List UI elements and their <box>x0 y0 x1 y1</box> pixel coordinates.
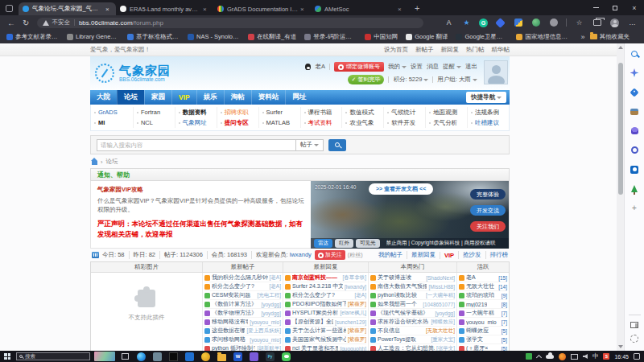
post-title[interactable]: Surfer 24.3.218 中文 <box>292 282 343 290</box>
subnav-item[interactable]: 软件开发 <box>383 117 425 128</box>
taskbar-python-icon[interactable]: Py <box>266 352 275 361</box>
new-tab-button[interactable]: + <box>415 3 419 13</box>
subnav-link[interactable]: 数值模式 <box>349 109 374 117</box>
subnav-link[interactable]: MATLAB <box>266 119 290 126</box>
user-menu-link[interactable]: 我的 <box>388 63 407 71</box>
sidebar-discover-icon[interactable] <box>630 68 640 78</box>
tray-app-icon[interactable] <box>526 353 532 360</box>
post-title[interactable]: 南信大数值天气预报 <box>378 282 427 290</box>
scroll-down-icon[interactable] <box>618 345 623 348</box>
quick-link[interactable]: 抢沙发 <box>458 251 481 259</box>
post-author[interactable]: [yoydgg] <box>261 302 281 307</box>
subnav-item[interactable]: Fortran <box>133 107 175 117</box>
start-button[interactable] <box>4 353 10 360</box>
search-button[interactable] <box>328 139 346 151</box>
user-menu-link[interactable]: 退出 <box>465 63 477 71</box>
subnav-item[interactable]: MATLAB <box>258 117 300 128</box>
post-title[interactable]: 这些数据在哪里找 <box>212 327 245 335</box>
post-title[interactable]: 求问移动网格 <box>212 335 248 343</box>
taskbar-terminal-icon[interactable] <box>169 352 178 361</box>
post-title[interactable]: PowerToys提取 <box>378 335 429 343</box>
breadcrumb-current[interactable]: 论坛 <box>106 158 118 166</box>
active-user-row[interactable]: 无敌大壮壮 [14] <box>459 282 507 291</box>
window-close-button[interactable]: × <box>625 0 644 15</box>
active-user-row[interactable]: (＋磨牙× [5] <box>459 344 507 351</box>
post-author[interactable]: [蝴蝶效应] <box>431 319 455 326</box>
sidebar-toggle-icon[interactable] <box>630 322 638 328</box>
bookmark-item[interactable]: NAS - Synology NAS <box>188 33 240 40</box>
subnav-link[interactable]: 气候统计 <box>391 109 415 117</box>
address-bar[interactable]: 不安全 bbs.06climate.com/forum.php <box>37 18 423 28</box>
ime-indicator[interactable]: 中 <box>592 352 599 360</box>
active-user-name[interactable]: (＋磨牙× <box>466 344 488 351</box>
sidebar-shopping-icon[interactable] <box>630 87 640 97</box>
active-user-row[interactable]: 老A [15] <box>459 274 507 282</box>
post-title[interactable]: 《数学物理方法》 <box>212 309 259 317</box>
post-row[interactable]: 我的积分怎么隔几秒钟减少 [老A] <box>204 274 281 282</box>
utility-link[interactable]: 新回复 <box>441 46 460 54</box>
quick-link[interactable]: 排行榜 <box>485 251 509 259</box>
post-title[interactable]: 如果我想画一个 <box>378 300 421 308</box>
active-user-name[interactable]: 无敌大壮壮 <box>466 282 494 290</box>
taskbar-app-icon[interactable] <box>153 352 162 361</box>
subnav-item[interactable]: 数值模式 <box>341 107 383 117</box>
username[interactable]: 老A <box>315 63 325 71</box>
post-row[interactable]: 积分怎么变少了? [老A] <box>204 282 281 291</box>
weibo-follow-button[interactable]: 加关注 <box>315 250 345 260</box>
post-title[interactable]: 我的积分怎么隔几秒钟减少 <box>212 274 268 282</box>
column-header[interactable]: 最新回复 <box>283 262 368 272</box>
subnav-link[interactable]: NCL <box>141 119 153 126</box>
subnav-item[interactable]: 招聘求职 <box>217 107 258 117</box>
maximize-button[interactable] <box>605 0 625 15</box>
subnav-item[interactable]: GrADS <box>91 107 133 117</box>
post-author[interactable]: [youyou_mio] <box>250 337 281 343</box>
post-row[interactable]: 南京创蓝科技—— [春草拿铁] <box>285 274 366 282</box>
active-user-row[interactable]: 张学文 [5] <box>459 335 507 344</box>
subnav-link[interactable]: Surfer <box>266 109 283 116</box>
utility-link[interactable]: 精华帖 <box>492 46 510 54</box>
browser-tab[interactable]: 气象论坛-气象家园_气象人自己… × <box>19 2 116 15</box>
post-row[interactable]: 人工造云：它从幻想简单 [张学文] <box>370 344 455 351</box>
tab-close-icon[interactable]: × <box>398 6 402 13</box>
post-row[interactable]: 移动网格没有动 [youyou_mio] <box>204 318 281 327</box>
sidebar-tree-icon[interactable] <box>630 183 640 194</box>
extension-gem-icon[interactable] <box>495 18 506 28</box>
post-row[interactable]: 《现代气候学基础》 [yoydgg] <box>370 309 455 318</box>
subnav-link[interactable]: 吐槽建议 <box>475 119 499 127</box>
column-header[interactable]: 精彩图片 <box>91 262 202 272</box>
quick-link[interactable]: 最新回复 <box>407 251 436 259</box>
post-author[interactable]: [紫薇罗] <box>348 327 366 335</box>
post-author[interactable]: [光电工程] <box>257 292 281 299</box>
post-title[interactable]: 南京创蓝科技—— <box>292 274 341 282</box>
subnav-item[interactable]: 气候统计 <box>383 107 425 117</box>
post-author[interactable]: [春草拿铁] <box>342 274 366 282</box>
subnav-item[interactable]: 课程书籍 <box>300 107 342 117</box>
post-row[interactable]: PDO和IPO指数如何下载 [紫薇罗] <box>285 300 366 309</box>
post-row[interactable]: CESM安装问题 [光电工程] <box>204 291 281 300</box>
user-menu-link[interactable]: 提醒 <box>443 63 461 71</box>
taskbar-app-icon[interactable] <box>185 352 194 361</box>
sidebar-tools-icon[interactable] <box>630 106 640 117</box>
subnav-item[interactable]: NCL <box>133 117 175 128</box>
search-input[interactable] <box>97 139 296 151</box>
post-author[interactable]: [1048651077] <box>423 302 455 307</box>
quick-nav-button[interactable]: 快捷导航 <box>466 92 506 103</box>
post-author[interactable]: [sunchen129] <box>335 319 366 325</box>
post-title[interactable]: HYSPLIT聚类分析结 <box>292 309 338 317</box>
post-title[interactable]: 【原创资源】全国 <box>292 318 333 326</box>
post-title[interactable]: 美国国家气候预测中心 <box>292 335 346 343</box>
post-author[interactable]: [无敌大壮壮] <box>426 327 455 335</box>
category-header[interactable]: 通知、帮助 <box>90 168 510 181</box>
quick-link[interactable]: 我的帖子 <box>378 251 402 259</box>
subnav-item[interactable]: 气象网址 <box>175 117 217 128</box>
active-user-name[interactable]: 张学文 <box>466 335 483 343</box>
utility-link[interactable]: 新帖子 <box>415 46 434 54</box>
post-row[interactable]: 关于怎么计算一些遥相 [紫薇罗] <box>285 327 366 335</box>
subnav-item[interactable]: 考试资料 <box>300 117 342 128</box>
subnav-item[interactable]: 农业气象 <box>341 117 383 128</box>
satellite-banner[interactable]: 2025-02-01 16:40 >> 查看开发文档 << 完整体验开发交流关注… <box>311 181 509 249</box>
active-user-row[interactable]: youyou_mio [7] <box>459 318 507 327</box>
post-title[interactable]: python 循环绘制子图 <box>212 344 255 351</box>
minimize-button[interactable] <box>586 0 605 15</box>
subnav-link[interactable]: 天气分析 <box>433 119 457 127</box>
